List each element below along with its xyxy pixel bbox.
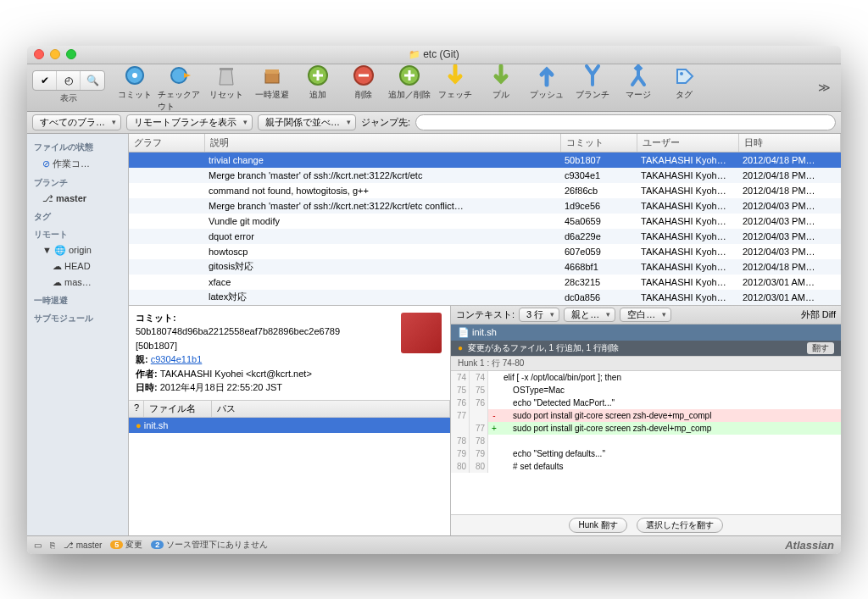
- commit-row[interactable]: dquot errord6a229eTAKAHASHI Kyoh…2012/04…: [129, 229, 841, 244]
- app-window: etc (Git) ✔ ◴ 🔍 表示 コミットチェックアウトリセット一時退避追加…: [27, 46, 841, 554]
- sidebar-remote-master[interactable]: ☁ mas…: [27, 275, 128, 291]
- view-mode-checkmark[interactable]: ✔: [33, 71, 57, 90]
- toolbar-remove-button[interactable]: 削除: [341, 62, 387, 113]
- diff-opt-whitespace[interactable]: 空白…: [620, 308, 671, 322]
- file-col-q[interactable]: ?: [129, 401, 144, 417]
- pull-icon: [487, 62, 515, 89]
- toolbar: ✔ ◴ 🔍 表示 コミットチェックアウトリセット一時退避追加削除追加／削除フェッ…: [27, 64, 841, 112]
- remove-icon: [350, 62, 377, 89]
- commit-row[interactable]: gitosis対応4668bf1TAKAHASHI Kyoh…2012/04/1…: [129, 259, 841, 275]
- diff-code[interactable]: 7474elif [ -x /opt/local/bin/port ]; the…: [451, 371, 841, 514]
- toolbar-checkout-button[interactable]: チェックアウト: [158, 62, 203, 113]
- close-icon[interactable]: [34, 49, 44, 59]
- revert-button[interactable]: 翻す: [807, 342, 834, 354]
- merge-icon: [625, 62, 652, 89]
- file-col-name[interactable]: ファイル名: [144, 401, 212, 417]
- addremove-icon: [396, 62, 423, 89]
- toolbar-add-button[interactable]: 追加: [295, 62, 341, 113]
- sidebar-remote-head[interactable]: ☁ HEAD: [27, 258, 128, 275]
- context-label: コンテキスト:: [456, 308, 515, 321]
- toolbar-fetch-button[interactable]: フェッチ: [432, 62, 478, 113]
- sidebar-remote-origin[interactable]: ▼ 🌐 origin: [27, 242, 128, 258]
- sidebar: ファイルの状態 ⊘ 作業コ… ブランチ ⎇ master タグ リモート ▼ 🌐…: [27, 134, 129, 535]
- filter-remote-branches[interactable]: リモートブランチを表示: [126, 114, 253, 130]
- file-list: init.sh: [129, 418, 450, 535]
- sidebar-branch-master[interactable]: ⎇ master: [27, 191, 128, 207]
- hunk-revert-button[interactable]: Hunk 翻す: [569, 518, 626, 533]
- diff-line[interactable]: 77- sudo port install git-core screen zs…: [451, 409, 841, 422]
- diff-line[interactable]: 7474elif [ -x /opt/local/bin/port ]; the…: [451, 371, 841, 384]
- terminal-icon[interactable]: ⎘: [50, 541, 55, 550]
- commit-list[interactable]: trivial change50b1807TAKAHASHI Kyoh…2012…: [129, 153, 841, 305]
- titlebar[interactable]: etc (Git): [27, 46, 841, 64]
- jump-input[interactable]: [415, 114, 836, 130]
- toolbar-overflow[interactable]: ≫: [813, 80, 836, 94]
- file-row[interactable]: init.sh: [129, 418, 450, 433]
- col-user[interactable]: ユーザー: [637, 134, 739, 152]
- commit-row[interactable]: xface28c3215TAKAHASHI Kyoh…2012/03/01 AM…: [129, 275, 841, 290]
- commit-row[interactable]: Vundle git modify45a0659TAKAHASHI Kyoh…2…: [129, 214, 841, 229]
- brand-label: Atlassian: [785, 539, 834, 552]
- parent-sha-link[interactable]: c9304e11b1: [151, 354, 203, 364]
- untracked-count: 2: [151, 541, 164, 549]
- toolbar-tag-button[interactable]: タグ: [661, 62, 707, 113]
- svg-point-9: [680, 72, 683, 75]
- col-commit[interactable]: コミット: [561, 134, 637, 152]
- date-value: 2012年4月18日 22:55:20 JST: [160, 382, 282, 392]
- diff-line[interactable]: 7878: [451, 435, 841, 447]
- diff-line[interactable]: 8080 # set defaults: [451, 460, 841, 473]
- avatar: [401, 313, 442, 353]
- toolbar-addremove-button[interactable]: 追加／削除: [387, 62, 432, 113]
- tag-icon: [670, 62, 698, 89]
- selected-revert-button[interactable]: 選択した行を翻す: [637, 518, 723, 533]
- view-mode-group: ✔ ◴ 🔍: [32, 70, 105, 91]
- toolbar-pull-button[interactable]: プル: [478, 62, 524, 113]
- zoom-icon[interactable]: [66, 49, 76, 59]
- toolbar-stash-button[interactable]: 一時退避: [249, 62, 295, 113]
- view-mode-clock[interactable]: ◴: [57, 71, 81, 90]
- col-date[interactable]: 日時: [739, 134, 841, 152]
- svg-rect-4: [265, 73, 279, 83]
- hunk-header: Hunk 1 : 行 74-80: [451, 356, 841, 371]
- author-label: 作者:: [136, 369, 158, 379]
- col-desc[interactable]: 説明: [205, 134, 561, 152]
- diff-line[interactable]: 77+ sudo port install git-core screen zs…: [451, 422, 841, 435]
- drawer-icon[interactable]: ▭: [34, 541, 42, 550]
- minimize-icon[interactable]: [50, 49, 60, 59]
- toolbar-branch-button[interactable]: ブランチ: [570, 62, 615, 113]
- reset-icon: [213, 62, 240, 89]
- toolbar-push-button[interactable]: プッシュ: [524, 62, 570, 113]
- diff-line[interactable]: 7979 echo "Setting defaults...": [451, 447, 841, 460]
- commit-short-sha: [50b1807]: [136, 341, 177, 351]
- diff-line[interactable]: 7676 echo "Detected MacPort...": [451, 397, 841, 409]
- sidebar-working-copy[interactable]: ⊘ 作業コ…: [27, 155, 128, 173]
- changes-label: 変更: [125, 540, 142, 549]
- svg-rect-3: [220, 68, 233, 70]
- toolbar-reset-button[interactable]: リセット: [203, 62, 249, 113]
- file-col-path[interactable]: パス: [212, 401, 450, 417]
- commit-row[interactable]: trivial change50b1807TAKAHASHI Kyoh…2012…: [129, 153, 841, 168]
- external-diff-button[interactable]: 外部 Diff: [801, 308, 836, 321]
- filter-sort[interactable]: 親子関係で並べ…: [258, 114, 356, 130]
- diff-line[interactable]: 7575 OSType=Mac: [451, 384, 841, 397]
- statusbar: ▭ ⎘ ⎇ master 5 変更 2 ソース管理下にありません Atlassi…: [27, 535, 841, 554]
- jump-label: ジャンプ先:: [361, 116, 410, 129]
- commit-row[interactable]: Merge branch 'master' of ssh://kcrt.net:…: [129, 198, 841, 214]
- toolbar-commit-button[interactable]: コミット: [112, 62, 158, 113]
- diff-opt-parent[interactable]: 親と…: [564, 308, 615, 322]
- commit-row[interactable]: howtoscp607e059TAKAHASHI Kyoh…2012/04/03…: [129, 244, 841, 259]
- commit-icon: [121, 62, 148, 89]
- commit-full-sha: 50b180748d96ba2212558eaf7b82896bec2e6789: [136, 326, 340, 336]
- toolbar-merge-button[interactable]: マージ: [615, 62, 661, 113]
- commit-row[interactable]: Merge branch 'master' of ssh://kcrt.net:…: [129, 168, 841, 183]
- context-select[interactable]: 3 行: [519, 308, 559, 322]
- col-graph[interactable]: グラフ: [129, 134, 205, 152]
- hunk-footer: Hunk 翻す 選択した行を翻す: [451, 514, 841, 535]
- commit-row[interactable]: command not found, howtogitosis, g++26f8…: [129, 183, 841, 198]
- commit-sha-label: コミット:: [136, 313, 176, 323]
- sidebar-remotes-h: リモート: [27, 225, 128, 242]
- commit-row[interactable]: latex対応dc0a856TAKAHASHI Kyoh…2012/03/01 …: [129, 290, 841, 305]
- filter-branches[interactable]: すべてのブラ…: [32, 114, 121, 130]
- view-mode-search[interactable]: 🔍: [81, 71, 104, 90]
- sidebar-stash-h: 一時退避: [27, 291, 128, 308]
